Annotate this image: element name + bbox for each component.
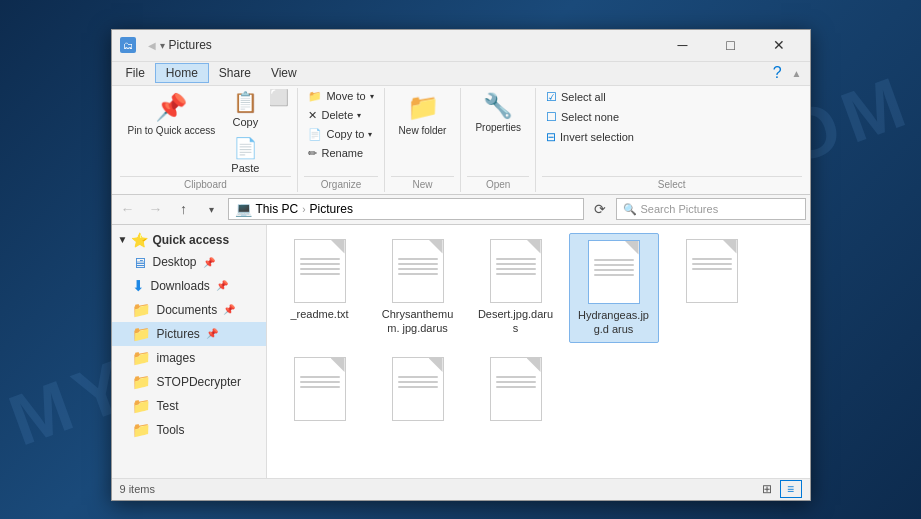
line2 [398, 263, 438, 265]
sidebar-item-downloads[interactable]: ⬇ Downloads 📌 [112, 274, 266, 298]
file-item-5[interactable] [667, 233, 757, 344]
line2 [300, 263, 340, 265]
sidebar-item-stopdecrypter[interactable]: 📁 STOPDecrypter [112, 370, 266, 394]
select-label: Select [542, 176, 802, 192]
address-path[interactable]: 💻 This PC › Pictures [228, 198, 584, 220]
sidebar-item-pictures[interactable]: 📁 Pictures 📌 [112, 322, 266, 346]
line1 [594, 259, 634, 261]
path-pictures[interactable]: Pictures [310, 202, 353, 216]
file-item-7[interactable] [373, 351, 463, 431]
move-to-button[interactable]: 📁 Move to ▾ [304, 88, 377, 105]
status-bar: 9 items ⊞ ≡ [112, 478, 810, 500]
file-icon-6 [288, 357, 352, 421]
doc-lines [298, 258, 342, 275]
delete-label: Delete [321, 109, 353, 121]
move-to-arrow: ▾ [370, 92, 374, 101]
pin-to-quick-access-button[interactable]: 📌 Pin to Quick access [120, 88, 224, 141]
ribbon-group-select: ☑ Select all ☐ Select none ⊟ Invert sele… [536, 88, 808, 192]
close-button[interactable]: ✕ [756, 29, 802, 61]
file-name-hydrangeas: Hydrangeas.jpg.d arus [576, 308, 652, 337]
new-folder-button[interactable]: 📁 New folder [391, 88, 455, 141]
quick-access-header[interactable]: ▼ ⭐ Quick access [112, 229, 266, 251]
item-count: 9 items [120, 483, 155, 495]
menu-file[interactable]: File [116, 64, 155, 82]
title-controls: ─ □ ✕ [660, 29, 802, 61]
ribbon-group-clipboard: 📌 Pin to Quick access 📋 Copy 📄 Paste [114, 88, 299, 192]
forward-button[interactable]: → [144, 197, 168, 221]
sidebar-item-desktop[interactable]: 🖥 Desktop 📌 [112, 251, 266, 274]
minimize-button[interactable]: ─ [660, 29, 706, 61]
copy-to-icon: 📄 [308, 128, 322, 141]
doc-shape [686, 239, 738, 303]
doc-shape [392, 357, 444, 421]
line2 [496, 381, 536, 383]
select-none-button[interactable]: ☐ Select none [542, 108, 638, 126]
maximize-button[interactable]: □ [708, 29, 754, 61]
paste-icon: 📄 [233, 136, 258, 160]
sidebar-item-images[interactable]: 📁 images [112, 346, 266, 370]
ribbon-main: 📌 Pin to Quick access 📋 Copy 📄 Paste [112, 86, 810, 194]
back-button[interactable]: ← [116, 197, 140, 221]
search-icon: 🔍 [623, 203, 637, 216]
refresh-button[interactable]: ⟳ [588, 197, 612, 221]
file-item-desert[interactable]: Desert.jpg.darus [471, 233, 561, 344]
invert-selection-button[interactable]: ⊟ Invert selection [542, 128, 638, 146]
sidebar-item-pictures-label: Pictures [157, 327, 200, 341]
line3 [300, 386, 340, 388]
select-all-check-icon: ☑ [546, 90, 557, 104]
quick-access-arrow: ◀ [148, 40, 156, 51]
select-all-button[interactable]: ☑ Select all [542, 88, 638, 106]
ribbon-group-new: 📁 New folder New [385, 88, 462, 192]
sidebar-item-tools-label: Tools [157, 423, 185, 437]
file-item-hydrangeas[interactable]: Hydrangeas.jpg.d arus [569, 233, 659, 344]
pictures-icon: 📁 [132, 325, 151, 343]
grid-view-button[interactable]: ⊞ [756, 480, 778, 498]
copy-to-button[interactable]: 📄 Copy to ▾ [304, 126, 377, 143]
recent-locations-button[interactable]: ▾ [200, 197, 224, 221]
move-to-icon: 📁 [308, 90, 322, 103]
sidebar-item-stopdecrypter-label: STOPDecrypter [157, 375, 241, 389]
main-content: ▼ ⭐ Quick access 🖥 Desktop 📌 ⬇ Downloads… [112, 225, 810, 478]
properties-button[interactable]: 🔧 Properties [467, 88, 529, 137]
menu-home[interactable]: Home [155, 63, 209, 83]
file-item-chrysanthemum[interactable]: Chrysanthemum. jpg.darus [373, 233, 463, 344]
view-buttons: ⊞ ≡ [756, 480, 802, 498]
menu-share[interactable]: Share [209, 64, 261, 82]
file-name-readme: _readme.txt [290, 307, 348, 321]
file-item-6[interactable] [275, 351, 365, 431]
file-icon-desert [484, 239, 548, 303]
list-view-button[interactable]: ≡ [780, 480, 802, 498]
delete-button[interactable]: ✕ Delete ▾ [304, 107, 377, 124]
line2 [398, 381, 438, 383]
expand-icon: ▼ [118, 234, 128, 245]
menu-view[interactable]: View [261, 64, 307, 82]
file-item-readme[interactable]: _readme.txt [275, 233, 365, 344]
ribbon-toggle[interactable]: ▲ [788, 68, 806, 79]
paste-label: Paste [231, 162, 259, 174]
pin-icon: 📌 [155, 92, 187, 123]
rename-button[interactable]: ✏ Rename [304, 145, 377, 162]
window-icon: 🗂 [120, 37, 136, 53]
file-icon-chrysanthemum [386, 239, 450, 303]
doc-lines [494, 376, 538, 388]
sidebar-item-tools[interactable]: 📁 Tools [112, 418, 266, 442]
file-icon-readme [288, 239, 352, 303]
help-button[interactable]: ? [767, 64, 788, 82]
file-area: _readme.txt Chrysanthemum [267, 225, 810, 478]
invert-label: Invert selection [560, 131, 634, 143]
copy-button[interactable]: 📋 Copy [227, 88, 263, 130]
delete-icon: ✕ [308, 109, 317, 122]
search-box[interactable]: 🔍 Search Pictures [616, 198, 806, 220]
ribbon-group-organize: 📁 Move to ▾ ✕ Delete ▾ 📄 Copy to ▾ [298, 88, 384, 192]
path-this-pc[interactable]: This PC [256, 202, 299, 216]
up-button[interactable]: ↑ [172, 197, 196, 221]
doc-lines [396, 376, 440, 388]
sidebar-item-test[interactable]: 📁 Test [112, 394, 266, 418]
copy-icon: 📋 [233, 90, 258, 114]
file-icon-hydrangeas [582, 240, 646, 304]
file-item-8[interactable] [471, 351, 561, 431]
sidebar-item-documents[interactable]: 📁 Documents 📌 [112, 298, 266, 322]
paste-button[interactable]: 📄 Paste [227, 134, 263, 176]
title-bar-nav: ◀ ▾ [148, 40, 165, 51]
properties-label: Properties [475, 122, 521, 133]
